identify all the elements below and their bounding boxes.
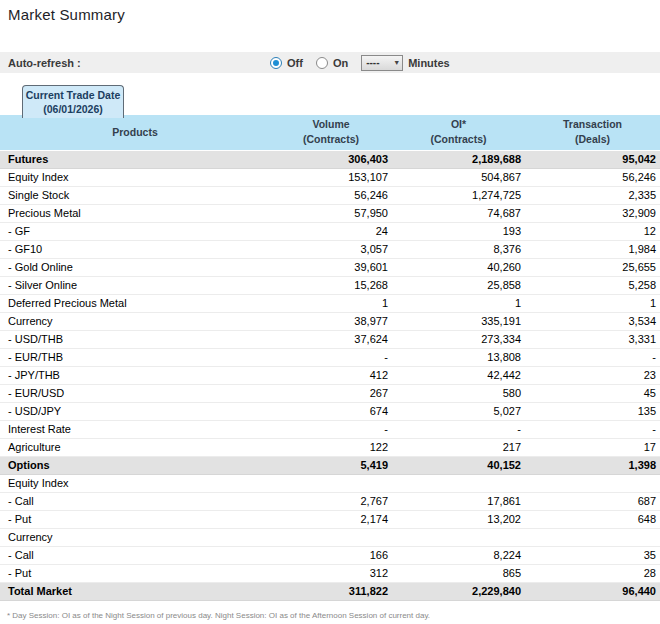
- page-title: Market Summary: [0, 0, 660, 23]
- table-row: - GF 24 193 12: [0, 222, 660, 240]
- table-row: Options 5,419 40,152 1,398: [0, 456, 660, 474]
- table-row: Equity Index 153,107 504,867 56,246: [0, 168, 660, 186]
- transaction-cell: 45: [525, 384, 660, 402]
- market-summary-table-wrap: Products Volume(Contracts) OI*(Contracts…: [0, 115, 660, 601]
- oi-cell: 74,687: [392, 204, 525, 222]
- refresh-interval-value: ----: [366, 57, 379, 68]
- product-cell: Single Stock: [0, 186, 270, 204]
- table-body: Futures 306,403 2,189,688 95,042 Equity …: [0, 150, 660, 600]
- oi-cell: 40,260: [392, 258, 525, 276]
- product-cell: - GF10: [0, 240, 270, 258]
- product-cell: - GF: [0, 222, 270, 240]
- transaction-cell: 1,984: [525, 240, 660, 258]
- volume-cell: 311,822: [270, 582, 392, 600]
- table-row: Interest Rate - - -: [0, 420, 660, 438]
- auto-refresh-label: Auto-refresh :: [0, 57, 81, 69]
- chevron-down-icon: ▼: [393, 59, 400, 66]
- oi-cell: [392, 528, 525, 546]
- transaction-cell: 56,246: [525, 168, 660, 186]
- product-cell: - Call: [0, 546, 270, 564]
- table-row: - EUR/THB - 13,808 -: [0, 348, 660, 366]
- product-cell: - Put: [0, 510, 270, 528]
- oi-cell: 193: [392, 222, 525, 240]
- auto-refresh-off-label[interactable]: Off: [287, 57, 303, 69]
- product-cell: Agriculture: [0, 438, 270, 456]
- oi-cell: 2,189,688: [392, 150, 525, 168]
- auto-refresh-on-label[interactable]: On: [333, 57, 348, 69]
- volume-cell: [270, 528, 392, 546]
- auto-refresh-on-radio[interactable]: [316, 57, 328, 69]
- transaction-cell: 32,909: [525, 204, 660, 222]
- volume-cell: 312: [270, 564, 392, 582]
- volume-cell: 38,977: [270, 312, 392, 330]
- oi-cell: 1,274,725: [392, 186, 525, 204]
- table-row: - GF10 3,057 8,376 1,984: [0, 240, 660, 258]
- product-cell: Total Market: [0, 582, 270, 600]
- transaction-cell: -: [525, 420, 660, 438]
- table-row: - Put 312 865 28: [0, 564, 660, 582]
- transaction-cell: 96,440: [525, 582, 660, 600]
- oi-cell: 13,808: [392, 348, 525, 366]
- product-cell: Interest Rate: [0, 420, 270, 438]
- column-header-volume: Volume(Contracts): [270, 115, 392, 150]
- volume-cell: 267: [270, 384, 392, 402]
- table-row: Total Market 311,822 2,229,840 96,440: [0, 582, 660, 600]
- table-row: Currency 38,977 335,191 3,534: [0, 312, 660, 330]
- table-row: Deferred Precious Metal 1 1 1: [0, 294, 660, 312]
- tab-current-trade-date[interactable]: Current Trade Date (06/01/2026): [22, 85, 124, 118]
- table-row: - EUR/USD 267 580 45: [0, 384, 660, 402]
- volume-cell: 2,174: [270, 510, 392, 528]
- table-row: Futures 306,403 2,189,688 95,042: [0, 150, 660, 168]
- oi-cell: 17,861: [392, 492, 525, 510]
- table-row: Equity Index: [0, 474, 660, 492]
- volume-cell: 5,419: [270, 456, 392, 474]
- product-cell: Precious Metal: [0, 204, 270, 222]
- oi-cell: -: [392, 420, 525, 438]
- oi-cell: 217: [392, 438, 525, 456]
- oi-cell: 865: [392, 564, 525, 582]
- refresh-interval-select[interactable]: ---- ▼: [361, 55, 403, 71]
- product-cell: Currency: [0, 528, 270, 546]
- transaction-cell: 135: [525, 402, 660, 420]
- volume-cell: 37,624: [270, 330, 392, 348]
- oi-cell: 13,202: [392, 510, 525, 528]
- auto-refresh-off-radio[interactable]: [270, 57, 282, 69]
- oi-cell: 40,152: [392, 456, 525, 474]
- product-cell: Options: [0, 456, 270, 474]
- volume-cell: 1: [270, 294, 392, 312]
- oi-cell: 25,858: [392, 276, 525, 294]
- volume-cell: -: [270, 420, 392, 438]
- product-cell: Equity Index: [0, 168, 270, 186]
- volume-cell: 674: [270, 402, 392, 420]
- product-cell: - EUR/THB: [0, 348, 270, 366]
- column-header-transaction: Transaction(Deals): [525, 115, 660, 150]
- table-row: Precious Metal 57,950 74,687 32,909: [0, 204, 660, 222]
- transaction-cell: 1,398: [525, 456, 660, 474]
- transaction-cell: 35: [525, 546, 660, 564]
- table-row: Currency: [0, 528, 660, 546]
- volume-cell: [270, 474, 392, 492]
- volume-cell: 39,601: [270, 258, 392, 276]
- transaction-cell: [525, 528, 660, 546]
- table-row: - USD/JPY 674 5,027 135: [0, 402, 660, 420]
- transaction-cell: 1: [525, 294, 660, 312]
- transaction-cell: 648: [525, 510, 660, 528]
- volume-cell: 2,767: [270, 492, 392, 510]
- table-row: - Call 2,767 17,861 687: [0, 492, 660, 510]
- oi-cell: 335,191: [392, 312, 525, 330]
- transaction-cell: [525, 474, 660, 492]
- oi-cell: 2,229,840: [392, 582, 525, 600]
- product-cell: - Put: [0, 564, 270, 582]
- volume-cell: 153,107: [270, 168, 392, 186]
- table-row: - Gold Online 39,601 40,260 25,655: [0, 258, 660, 276]
- volume-cell: -: [270, 348, 392, 366]
- oi-cell: 1: [392, 294, 525, 312]
- oi-cell: 42,442: [392, 366, 525, 384]
- transaction-cell: 28: [525, 564, 660, 582]
- table-row: Agriculture 122 217 17: [0, 438, 660, 456]
- product-cell: - Gold Online: [0, 258, 270, 276]
- market-summary-page: { "page": { "title": "Market Summary" },…: [0, 0, 660, 624]
- oi-footnote: * Day Session: OI as of the Night Sessio…: [0, 611, 660, 620]
- transaction-cell: 687: [525, 492, 660, 510]
- volume-cell: 122: [270, 438, 392, 456]
